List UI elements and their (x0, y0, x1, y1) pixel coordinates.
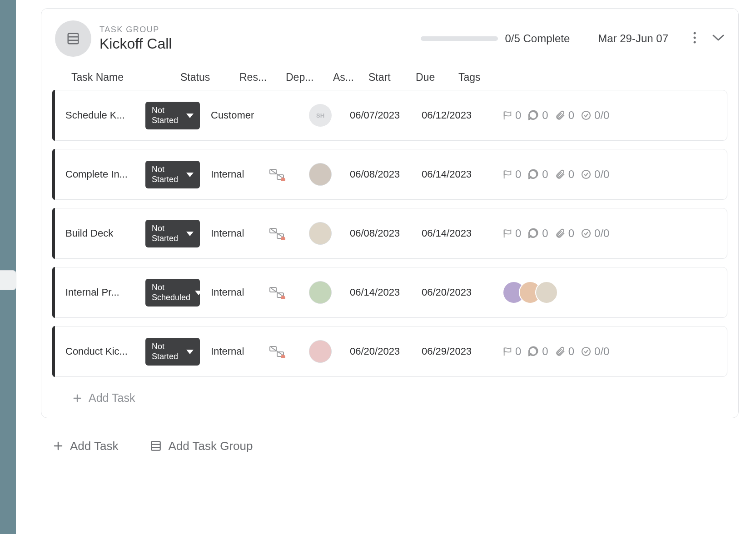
metric-attachments[interactable]: 0 (555, 168, 574, 181)
metric-attachments[interactable]: 0 (555, 345, 574, 358)
assignee-cell[interactable] (309, 281, 350, 304)
dependency-cell[interactable] (269, 345, 309, 358)
col-assignee[interactable]: As... (333, 71, 368, 84)
assignee-avatar[interactable] (309, 163, 332, 186)
task-row[interactable]: Internal Pr...Not ScheduledInternal06/14… (52, 267, 727, 318)
responsible-cell[interactable]: Customer (211, 109, 269, 121)
metric-subtasks[interactable]: 0/0 (581, 345, 609, 358)
task-name[interactable]: Schedule K... (65, 109, 145, 121)
col-task-name[interactable]: Task Name (71, 71, 180, 84)
tag-avatar-stack[interactable] (502, 281, 558, 304)
metric-flags[interactable]: 0 (502, 168, 521, 181)
col-dependencies[interactable]: Dep... (286, 71, 333, 84)
col-tags[interactable]: Tags (458, 71, 727, 84)
task-metrics: 0000/0 (502, 109, 609, 122)
metric-flags[interactable]: 0 (502, 109, 521, 122)
collapse-chevron-icon[interactable] (712, 34, 725, 44)
metric-subtasks[interactable]: 0/0 (581, 168, 609, 181)
group-title: Kickoff Call (99, 35, 172, 52)
col-status[interactable]: Status (180, 71, 239, 84)
assignee-avatar[interactable] (309, 340, 332, 363)
metric-attachments[interactable]: 0 (555, 227, 574, 240)
status-dropdown[interactable]: Not Started (145, 338, 200, 366)
tags-cell[interactable] (502, 281, 718, 304)
metric-comments[interactable]: 0 (527, 109, 548, 122)
metric-flags[interactable]: 0 (502, 227, 521, 240)
col-start[interactable]: Start (368, 71, 416, 84)
dependency-icon (269, 286, 284, 299)
task-row[interactable]: Schedule K...Not StartedCustomerSH06/07/… (52, 90, 727, 141)
responsible-cell[interactable]: Internal (211, 346, 269, 357)
svg-point-14 (582, 170, 590, 178)
tags-cell[interactable]: 0000/0 (502, 227, 718, 240)
task-metrics: 0000/0 (502, 168, 609, 181)
more-menu-icon[interactable] (693, 31, 696, 46)
metric-comments[interactable]: 0 (527, 168, 548, 181)
task-name[interactable]: Build Deck (65, 227, 145, 239)
assignee-cell[interactable] (309, 340, 350, 363)
due-date-cell[interactable]: 06/20/2023 (422, 287, 502, 298)
row-accent (52, 208, 55, 259)
task-metrics: 0000/0 (502, 227, 609, 240)
due-date-cell[interactable]: 06/12/2023 (422, 109, 502, 121)
col-due[interactable]: Due (416, 71, 458, 84)
status-dropdown[interactable]: Not Started (145, 102, 200, 129)
tags-cell[interactable]: 0000/0 (502, 345, 718, 358)
tags-cell[interactable]: 0000/0 (502, 168, 718, 181)
task-row[interactable]: Build DeckNot StartedInternal06/08/20230… (52, 208, 727, 259)
progress-text: 0/5 Complete (505, 32, 570, 45)
metric-flags[interactable]: 0 (502, 345, 521, 358)
add-task-button-bottom[interactable]: Add Task (53, 439, 118, 453)
svg-point-8 (582, 111, 590, 119)
task-row[interactable]: Conduct Kic...Not StartedInternal06/20/2… (52, 326, 727, 377)
due-date-cell[interactable]: 06/14/2023 (422, 227, 502, 239)
chevron-down-icon (186, 169, 194, 180)
metric-attachments[interactable]: 0 (555, 109, 574, 122)
side-tab-stub[interactable] (0, 270, 16, 290)
assignee-cell[interactable] (309, 222, 350, 245)
chevron-down-icon (195, 287, 202, 298)
assignee-cell[interactable]: SH (309, 104, 350, 127)
responsible-cell[interactable]: Internal (211, 168, 269, 180)
add-task-group-button[interactable]: Add Task Group (150, 439, 253, 453)
start-date-cell[interactable]: 06/14/2023 (350, 287, 422, 298)
tag-avatar[interactable] (535, 281, 558, 304)
responsible-cell[interactable]: Internal (211, 287, 269, 298)
assignee-cell[interactable] (309, 163, 350, 186)
assignee-avatar[interactable] (309, 222, 332, 245)
responsible-cell[interactable]: Internal (211, 227, 269, 239)
task-name[interactable]: Complete In... (65, 168, 145, 180)
start-date-cell[interactable]: 06/07/2023 (350, 109, 422, 121)
start-date-cell[interactable]: 06/20/2023 (350, 346, 422, 357)
dependency-icon (269, 227, 284, 240)
due-date-cell[interactable]: 06/29/2023 (422, 346, 502, 357)
group-eyebrow: TASK GROUP (99, 25, 172, 35)
row-accent (52, 90, 55, 141)
add-task-button-inner[interactable]: Add Task (72, 391, 135, 405)
task-row[interactable]: Complete In...Not StartedInternal06/08/2… (52, 149, 727, 200)
status-dropdown[interactable]: Not Scheduled (145, 279, 200, 307)
tags-cell[interactable]: 0000/0 (502, 109, 718, 122)
add-task-group-label: Add Task Group (168, 439, 253, 453)
dependency-cell[interactable] (269, 227, 309, 240)
task-name[interactable]: Conduct Kic... (65, 346, 145, 357)
task-list: Schedule K...Not StartedCustomerSH06/07/… (52, 90, 727, 377)
row-accent (52, 326, 55, 377)
start-date-cell[interactable]: 06/08/2023 (350, 168, 422, 180)
status-dropdown[interactable]: Not Started (145, 220, 200, 247)
start-date-cell[interactable]: 06/08/2023 (350, 227, 422, 239)
dependency-cell[interactable] (269, 286, 309, 299)
task-group-icon (55, 20, 91, 57)
col-responsible[interactable]: Res... (239, 71, 286, 84)
metric-comments[interactable]: 0 (527, 345, 548, 358)
metric-subtasks[interactable]: 0/0 (581, 227, 609, 240)
dependency-cell[interactable] (269, 168, 309, 181)
assignee-avatar-placeholder[interactable]: SH (309, 104, 332, 127)
status-dropdown[interactable]: Not Started (145, 161, 200, 188)
svg-marker-6 (186, 114, 194, 118)
metric-subtasks[interactable]: 0/0 (581, 109, 609, 122)
metric-comments[interactable]: 0 (527, 227, 548, 240)
due-date-cell[interactable]: 06/14/2023 (422, 168, 502, 180)
assignee-avatar[interactable] (309, 281, 332, 304)
task-name[interactable]: Internal Pr... (65, 287, 145, 298)
